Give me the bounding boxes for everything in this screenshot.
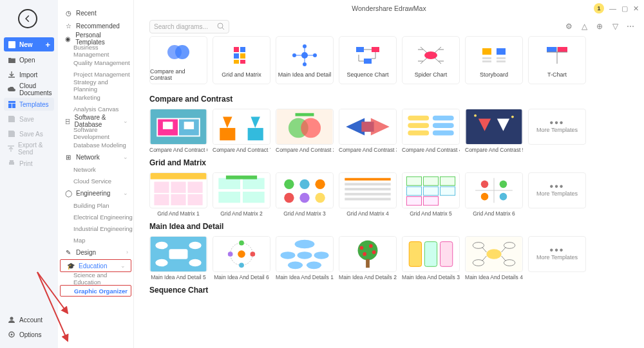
svg-point-95 — [315, 193, 325, 203]
software-db-item[interactable]: ⌸Software & Database⌄ — [58, 114, 133, 127]
db-model-sub[interactable]: Database Modeling — [58, 139, 133, 151]
template-card[interactable]: Grid And Matrix 6 — [465, 172, 523, 217]
back-button[interactable] — [18, 9, 37, 28]
filter-icon[interactable]: ▽ — [611, 22, 620, 31]
quality-sub[interactable]: Quality Management — [58, 57, 133, 68]
close-button[interactable]: ✕ — [633, 5, 639, 13]
recommended-item[interactable]: ☆Recommended — [58, 19, 133, 32]
template-card[interactable]: Grid And Matrix 5 — [402, 172, 460, 217]
minimize-button[interactable]: — — [609, 5, 616, 12]
education-item[interactable]: 🎓Education⌄ — [60, 259, 131, 272]
template-card[interactable]: Main Idea And Details 3 — [402, 236, 460, 280]
template-card[interactable]: •••More Templates — [528, 172, 586, 217]
gift-icon[interactable]: ⚙ — [564, 22, 573, 31]
import-icon — [8, 71, 15, 78]
strategy-sub[interactable]: Strategy and Planning — [58, 80, 133, 91]
svg-rect-87 — [243, 192, 265, 203]
engineering-item[interactable]: ◯Engineering⌄ — [58, 187, 133, 199]
svg-rect-106 — [406, 187, 421, 196]
svg-rect-82 — [187, 194, 202, 205]
category-card-compare[interactable]: Compare and Contrast — [149, 36, 207, 84]
category-card-mainidea[interactable]: Main Idea and Detail — [276, 36, 334, 84]
network-label: Network — [76, 154, 100, 161]
account-item[interactable]: Account — [0, 313, 58, 326]
template-card[interactable]: Main Idea And Detail 6 — [213, 236, 270, 280]
template-card[interactable]: •••More Templates — [528, 236, 586, 280]
svg-point-141 — [369, 244, 373, 248]
notification-badge[interactable]: 1 — [594, 3, 604, 14]
template-card[interactable]: Main Idea And Details 4 — [465, 236, 523, 280]
search-input[interactable]: Search diagrams... — [149, 20, 229, 33]
templates-item[interactable]: Templates — [4, 98, 54, 111]
design-item[interactable]: ✎Design› — [58, 246, 133, 259]
analysis-sub[interactable]: Analysis Canvas — [58, 103, 133, 114]
category-card-storyboard[interactable]: Storyboard — [465, 36, 523, 84]
svg-rect-42 — [482, 48, 491, 55]
cloud-svc-sub[interactable]: Cloud Service — [58, 175, 133, 187]
message-icon[interactable]: ⊕ — [595, 22, 604, 31]
chevron-down-icon: ⌄ — [120, 262, 126, 269]
svg-rect-110 — [423, 197, 438, 206]
template-card[interactable]: Grid And Matrix 3 — [276, 172, 334, 217]
category-card-spider[interactable]: Spider Chart — [402, 36, 460, 84]
template-card[interactable]: •••More Templates — [528, 109, 586, 153]
category-card-sequence[interactable]: Sequence Chart — [339, 36, 397, 84]
recommended-label: Recommended — [76, 23, 120, 30]
template-label: Grid And Matrix 1 — [149, 210, 207, 217]
network-item[interactable]: ⊞Network⌄ — [58, 151, 133, 163]
svg-rect-2 — [8, 104, 12, 108]
template-card[interactable]: Grid And Matrix 2 — [213, 172, 270, 217]
more-icon[interactable]: ⋯ — [626, 22, 635, 31]
more-label: More Templates — [536, 190, 578, 197]
template-label: Grid And Matrix 6 — [465, 210, 523, 217]
category-card-tchart[interactable]: T-Chart — [528, 36, 586, 84]
svg-rect-76 — [151, 173, 207, 179]
education-icon: 🎓 — [67, 262, 75, 270]
svg-rect-15 — [234, 47, 239, 52]
svg-point-150 — [486, 249, 501, 259]
building-sub[interactable]: Building Plan — [58, 199, 133, 211]
app-title: Wondershare EdrawMax — [352, 5, 426, 12]
save-icon — [8, 115, 15, 123]
template-card[interactable]: Main Idea And Details 1 — [276, 236, 334, 280]
map-sub[interactable]: Map — [58, 234, 133, 246]
svg-rect-79 — [187, 182, 202, 193]
svg-rect-67 — [408, 116, 429, 121]
import-item[interactable]: Import — [0, 68, 58, 81]
category-card-grid[interactable]: Grid and Matrix — [213, 36, 270, 84]
template-card[interactable]: Main Idea And Details 2 — [339, 236, 397, 280]
template-card[interactable]: Main Idea And Detail 5 — [149, 236, 207, 280]
template-card[interactable]: Compare And Contrast 5 — [465, 109, 523, 153]
save-as-label: Save As — [19, 131, 43, 138]
database-icon: ⌸ — [64, 117, 71, 125]
electrical-sub[interactable]: Electrical Engineering — [58, 211, 133, 223]
open-item[interactable]: Open — [0, 53, 58, 66]
personal-item[interactable]: ◉Personal Templates — [58, 32, 133, 45]
svg-point-114 — [481, 181, 489, 188]
template-card[interactable]: Compare And Contract 7 — [213, 109, 270, 153]
graphic-organizer-sub[interactable]: Graphic Organizer — [60, 285, 131, 297]
template-card[interactable]: Grid And Matrix 1 — [149, 172, 207, 217]
bell-icon[interactable]: △ — [580, 22, 589, 31]
network-sub[interactable]: Network — [58, 163, 133, 175]
maximize-button[interactable]: ▢ — [621, 5, 628, 13]
template-card[interactable]: Compare And Contract 6 — [149, 109, 207, 153]
star-icon: ☆ — [64, 22, 72, 30]
science-edu-sub[interactable]: Science and Education — [58, 273, 133, 284]
template-card[interactable]: Compare And Contrast 2 — [276, 109, 334, 153]
options-item[interactable]: Options — [0, 328, 58, 341]
template-card[interactable]: Compare And Contrast 3 — [339, 109, 397, 153]
marketing-sub[interactable]: Marketing — [58, 91, 133, 103]
template-card[interactable]: Compare And Contrast 4 — [402, 109, 460, 153]
engineering-label: Engineering — [76, 190, 110, 197]
more-dots-icon: ••• — [550, 120, 565, 125]
soft-dev-sub[interactable]: Software Development — [58, 127, 133, 139]
industrial-sub[interactable]: Industrial Engineering — [58, 223, 133, 234]
import-label: Import — [19, 71, 37, 78]
cloud-item[interactable]: Cloud Documents — [0, 83, 58, 96]
new-button[interactable]: New + — [4, 37, 54, 51]
svg-rect-109 — [406, 197, 421, 206]
business-mgmt-sub[interactable]: Business Management — [58, 45, 133, 57]
template-card[interactable]: Grid And Matrix 4 — [339, 172, 397, 217]
recent-item[interactable]: ◷Recent — [58, 6, 133, 19]
